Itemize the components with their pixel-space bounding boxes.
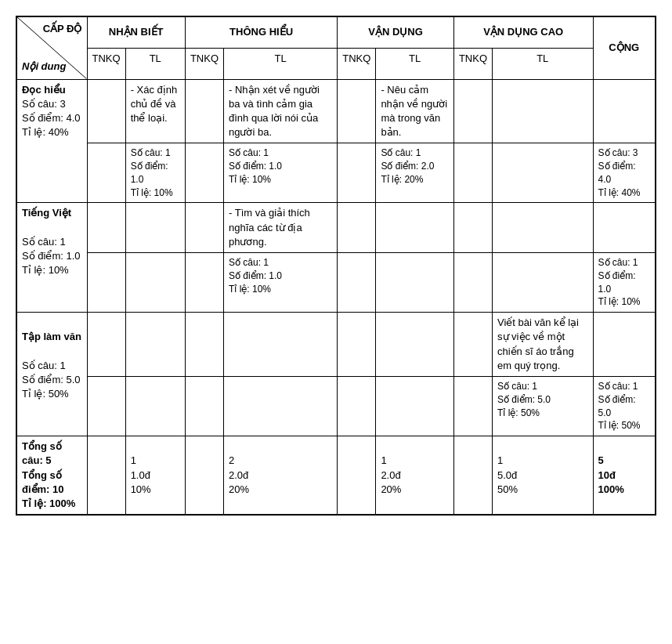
cap-do-label: CẤP ĐỘ: [43, 22, 82, 36]
tlv-nb-tl-count: [125, 376, 185, 436]
tv-vdc-tl-desc: [493, 203, 594, 253]
tap-lam-van-so-diem: Số điểm: 5.0: [22, 373, 82, 387]
doc-hieu-nb-tnkq-count: [87, 143, 125, 203]
summary-row: Tổng số câu: 5 Tổng số điểm: 10 Tỉ lệ: 1…: [16, 436, 656, 515]
tieng-viet-label-cell: Tiếng Việt Số câu: 1 Số điểm: 1.0 Tỉ lệ:…: [16, 203, 87, 313]
tap-lam-van-title: Tập làm văn: [22, 330, 82, 344]
tv-th-tl-desc: - Tìm và giải thích nghĩa các từ địa phư…: [224, 203, 338, 253]
doc-hieu-th-tl-count: Số câu: 1Số điểm: 1.0Tỉ lệ: 10%: [224, 143, 338, 203]
nhan-biet-tnkq: TNKQ: [87, 48, 125, 79]
tlv-th-tnkq-count: [185, 376, 223, 436]
tlv-nb-tnkq-desc: [87, 313, 125, 377]
tap-lam-van-desc-row: Tập làm văn Số câu: 1 Số điểm: 5.0 Tỉ lệ…: [16, 313, 656, 377]
header-row-2: TNKQ TL TNKQ TL TNKQ TL TNKQ TL: [16, 48, 656, 79]
van-dung-cao-tnkq: TNKQ: [453, 48, 492, 79]
tv-nb-tnkq-desc: [87, 203, 125, 253]
sum-th-tnkq: [185, 436, 223, 515]
tv-th-tl-count: Số câu: 1Số điểm: 1.0Tỉ lệ: 10%: [224, 253, 338, 313]
tap-lam-van-so-cau: Số câu: 1: [22, 359, 82, 373]
doc-hieu-so-cau: Số câu: 3: [22, 97, 82, 111]
tv-th-tnkq-desc: [185, 203, 223, 253]
sum-nb-tnkq: [87, 436, 125, 515]
tieng-viet-title: Tiếng Việt: [22, 206, 82, 220]
van-dung-cao-header: VẬN DỤNG CAO: [453, 16, 593, 48]
tlv-vdc-tnkq-count: [453, 376, 492, 436]
doc-hieu-vdc-tl-count: [493, 143, 594, 203]
tlv-cong-desc: [593, 313, 656, 377]
cap-do-noi-dung-cell: CẤP ĐỘ Nội dung: [16, 16, 87, 79]
sum-cong: 510đ100%: [593, 436, 656, 515]
tv-cong-count: Số câu: 1Số điểm: 1.0Tỉ lệ: 10%: [593, 253, 656, 313]
cong-header: CỘNG: [593, 16, 656, 79]
doc-hieu-so-diem: Số điểm: 4.0: [22, 111, 82, 125]
tv-vd-tnkq-count: [338, 253, 376, 313]
header-row-1: CẤP ĐỘ Nội dung NHẬN BIẾT THÔNG HIỂU VẬN…: [16, 16, 656, 48]
tieng-viet-desc-row: Tiếng Việt Số câu: 1 Số điểm: 1.0 Tỉ lệ:…: [16, 203, 656, 253]
summary-labels-cell: Tổng số câu: 5 Tổng số điểm: 10 Tỉ lệ: 1…: [16, 436, 87, 515]
doc-hieu-count-row: Số câu: 1Số điểm: 1.0Tỉ lệ: 10% Số câu: …: [16, 143, 656, 203]
tieng-viet-so-diem: Số điểm: 1.0: [22, 249, 82, 263]
tong-so-cau-label: Tổng số câu: 5: [22, 440, 82, 468]
tieng-viet-count-row: Số câu: 1Số điểm: 1.0Tỉ lệ: 10% Số câu: …: [16, 253, 656, 313]
tlv-nb-tl-desc: [125, 313, 185, 377]
sum-vdc-tl: 15.0đ50%: [493, 436, 594, 515]
assessment-table: CẤP ĐỘ Nội dung NHẬN BIẾT THÔNG HIỂU VẬN…: [16, 16, 656, 516]
tlv-vd-tl-desc: [376, 313, 453, 377]
doc-hieu-vdc-tnkq-desc: [453, 79, 492, 143]
tlv-th-tnkq-desc: [185, 313, 223, 377]
doc-hieu-vd-tl-count: Số câu: 1Số điểm: 2.0Tỉ lệ: 20%: [376, 143, 453, 203]
doc-hieu-title: Đọc hiểu: [22, 83, 82, 97]
doc-hieu-vd-tnkq-count: [338, 143, 376, 203]
van-dung-cao-tl: TL: [493, 48, 594, 79]
sum-vdc-tnkq: [453, 436, 492, 515]
tong-so-diem-label: Tổng số điểm: 10: [22, 469, 82, 497]
doc-hieu-vdc-tnkq-count: [453, 143, 492, 203]
van-dung-tl: TL: [376, 48, 453, 79]
tlv-vd-tnkq-count: [338, 376, 376, 436]
main-table-wrapper: CẤP ĐỘ Nội dung NHẬN BIẾT THÔNG HIỂU VẬN…: [16, 16, 656, 516]
doc-hieu-vd-tnkq-desc: [338, 79, 376, 143]
tieng-viet-so-cau: Số câu: 1: [22, 235, 82, 249]
tv-nb-tl-count: [125, 253, 185, 313]
sum-th-tl: 22.0đ20%: [224, 436, 338, 515]
tv-nb-tnkq-count: [87, 253, 125, 313]
doc-hieu-cong-count: Số câu: 3Số điểm: 4.0Tỉ lệ: 40%: [593, 143, 656, 203]
sum-vd-tl: 12.0đ20%: [376, 436, 453, 515]
doc-hieu-desc-row: Đọc hiểu Số câu: 3 Số điểm: 4.0 Tỉ lệ: 4…: [16, 79, 656, 143]
doc-hieu-nb-tl-desc: - Xác định chủ đề và thể loại.: [125, 79, 185, 143]
tieng-viet-ti-le: Tỉ lệ: 10%: [22, 263, 82, 277]
tv-vd-tl-count: [376, 253, 453, 313]
tap-lam-van-label-cell: Tập làm văn Số câu: 1 Số điểm: 5.0 Tỉ lệ…: [16, 313, 87, 436]
doc-hieu-vd-tl-desc: - Nêu cảm nhận về người mà trong văn bản…: [376, 79, 453, 143]
doc-hieu-cong-desc: [593, 79, 656, 143]
tap-lam-van-count-row: Số câu: 1Số điểm: 5.0Tỉ lệ: 50% Số câu: …: [16, 376, 656, 436]
doc-hieu-label-cell: Đọc hiểu Số câu: 3 Số điểm: 4.0 Tỉ lệ: 4…: [16, 79, 87, 203]
tv-vdc-tl-count: [493, 253, 594, 313]
doc-hieu-vdc-tl-desc: [493, 79, 594, 143]
tap-lam-van-ti-le: Tỉ lệ: 50%: [22, 387, 82, 401]
nhan-biet-tl: TL: [125, 48, 185, 79]
tlv-nb-tnkq-count: [87, 376, 125, 436]
nhan-biet-header: NHẬN BIẾT: [87, 16, 185, 48]
doc-hieu-th-tl-desc: - Nhận xét về người ba và tình cảm gia đ…: [224, 79, 338, 143]
tv-cong-desc: [593, 203, 656, 253]
doc-hieu-nb-tl-count: Số câu: 1Số điểm: 1.0Tỉ lệ: 10%: [125, 143, 185, 203]
tlv-vdc-tnkq-desc: [453, 313, 492, 377]
sum-nb-tl: 11.0đ10%: [125, 436, 185, 515]
tlv-vdc-tl-desc: Viết bài văn kể lại sự việc về một chiến…: [493, 313, 594, 377]
tlv-vd-tnkq-desc: [338, 313, 376, 377]
tlv-th-tl-count: [224, 376, 338, 436]
tv-vdc-tnkq-count: [453, 253, 492, 313]
sum-vd-tnkq: [338, 436, 376, 515]
tv-vdc-tnkq-desc: [453, 203, 492, 253]
tv-vd-tnkq-desc: [338, 203, 376, 253]
thong-hieu-header: THÔNG HIỂU: [185, 16, 337, 48]
doc-hieu-nb-tnkq-desc: [87, 79, 125, 143]
thong-hieu-tl: TL: [224, 48, 338, 79]
van-dung-tnkq: TNKQ: [338, 48, 376, 79]
doc-hieu-ti-le: Tỉ lệ: 40%: [22, 125, 82, 139]
tong-ti-le-label: Tỉ lệ: 100%: [22, 497, 82, 511]
tv-th-tnkq-count: [185, 253, 223, 313]
noi-dung-label: Nội dung: [22, 60, 66, 74]
tlv-cong-count: Số câu: 1Số điểm: 5.0Tỉ lệ: 50%: [593, 376, 656, 436]
